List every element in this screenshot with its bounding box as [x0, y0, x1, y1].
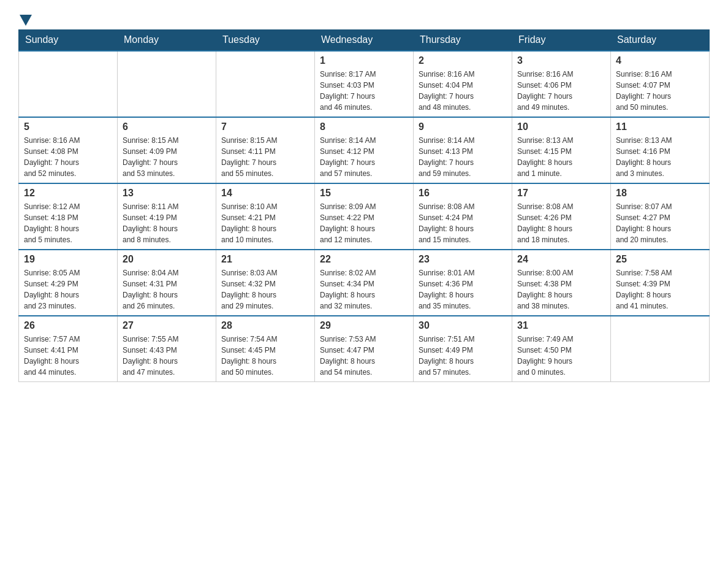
day-info: Sunrise: 8:01 AM Sunset: 4:36 PM Dayligh…	[419, 267, 507, 312]
day-number: 27	[123, 320, 211, 331]
weekday-header-saturday: Saturday	[611, 29, 710, 51]
day-info: Sunrise: 8:08 AM Sunset: 4:26 PM Dayligh…	[517, 201, 605, 245]
calendar-table: SundayMondayTuesdayWednesdayThursdayFrid…	[18, 29, 710, 382]
day-info: Sunrise: 8:16 AM Sunset: 4:08 PM Dayligh…	[24, 135, 112, 179]
calendar-cell: 26Sunrise: 7:57 AM Sunset: 4:41 PM Dayli…	[19, 316, 118, 382]
day-number: 19	[24, 254, 112, 265]
day-number: 28	[221, 320, 309, 331]
page-header	[18, 12, 710, 23]
calendar-cell: 21Sunrise: 8:03 AM Sunset: 4:32 PM Dayli…	[216, 250, 315, 316]
calendar-cell: 28Sunrise: 7:54 AM Sunset: 4:45 PM Dayli…	[216, 316, 315, 382]
day-info: Sunrise: 8:17 AM Sunset: 4:03 PM Dayligh…	[320, 69, 408, 113]
calendar-cell: 5Sunrise: 8:16 AM Sunset: 4:08 PM Daylig…	[19, 117, 118, 183]
day-number: 6	[123, 121, 211, 132]
calendar-cell: 29Sunrise: 7:53 AM Sunset: 4:47 PM Dayli…	[315, 316, 414, 382]
calendar-cell: 11Sunrise: 8:13 AM Sunset: 4:16 PM Dayli…	[611, 117, 710, 183]
calendar-cell	[216, 51, 315, 117]
day-number: 22	[320, 254, 408, 265]
day-info: Sunrise: 8:03 AM Sunset: 4:32 PM Dayligh…	[221, 267, 309, 312]
calendar-week-1: 1Sunrise: 8:17 AM Sunset: 4:03 PM Daylig…	[19, 51, 710, 117]
day-info: Sunrise: 8:00 AM Sunset: 4:38 PM Dayligh…	[517, 267, 605, 312]
day-info: Sunrise: 8:07 AM Sunset: 4:27 PM Dayligh…	[616, 201, 704, 245]
day-number: 26	[24, 320, 112, 331]
calendar-cell: 15Sunrise: 8:09 AM Sunset: 4:22 PM Dayli…	[315, 183, 414, 250]
calendar-cell: 14Sunrise: 8:10 AM Sunset: 4:21 PM Dayli…	[216, 183, 315, 250]
day-info: Sunrise: 8:09 AM Sunset: 4:22 PM Dayligh…	[320, 201, 408, 245]
day-info: Sunrise: 8:05 AM Sunset: 4:29 PM Dayligh…	[24, 267, 112, 312]
calendar-cell: 4Sunrise: 8:16 AM Sunset: 4:07 PM Daylig…	[611, 51, 710, 117]
calendar-cell: 25Sunrise: 7:58 AM Sunset: 4:39 PM Dayli…	[611, 250, 710, 316]
day-info: Sunrise: 8:13 AM Sunset: 4:15 PM Dayligh…	[517, 135, 605, 179]
day-number: 8	[320, 121, 408, 132]
calendar-cell: 20Sunrise: 8:04 AM Sunset: 4:31 PM Dayli…	[118, 250, 216, 316]
calendar-cell: 7Sunrise: 8:15 AM Sunset: 4:11 PM Daylig…	[216, 117, 315, 183]
day-info: Sunrise: 8:13 AM Sunset: 4:16 PM Dayligh…	[616, 135, 704, 179]
day-info: Sunrise: 8:02 AM Sunset: 4:34 PM Dayligh…	[320, 267, 408, 312]
calendar-cell: 24Sunrise: 8:00 AM Sunset: 4:38 PM Dayli…	[512, 250, 611, 316]
day-info: Sunrise: 7:55 AM Sunset: 4:43 PM Dayligh…	[123, 334, 211, 378]
day-number: 16	[419, 188, 507, 199]
calendar-header-row: SundayMondayTuesdayWednesdayThursdayFrid…	[19, 29, 710, 51]
day-info: Sunrise: 8:16 AM Sunset: 4:07 PM Dayligh…	[616, 69, 704, 113]
logo-triangle-icon	[20, 15, 32, 26]
day-number: 15	[320, 188, 408, 199]
calendar-cell: 27Sunrise: 7:55 AM Sunset: 4:43 PM Dayli…	[118, 316, 216, 382]
calendar-cell: 19Sunrise: 8:05 AM Sunset: 4:29 PM Dayli…	[19, 250, 118, 316]
day-number: 2	[419, 55, 507, 66]
day-number: 4	[616, 55, 704, 66]
calendar-cell: 6Sunrise: 8:15 AM Sunset: 4:09 PM Daylig…	[118, 117, 216, 183]
day-info: Sunrise: 7:51 AM Sunset: 4:49 PM Dayligh…	[419, 334, 507, 378]
day-number: 11	[616, 121, 704, 132]
calendar-cell: 13Sunrise: 8:11 AM Sunset: 4:19 PM Dayli…	[118, 183, 216, 250]
day-info: Sunrise: 8:10 AM Sunset: 4:21 PM Dayligh…	[221, 201, 309, 245]
day-info: Sunrise: 8:14 AM Sunset: 4:12 PM Dayligh…	[320, 135, 408, 179]
calendar-cell	[19, 51, 118, 117]
day-number: 9	[419, 121, 507, 132]
day-info: Sunrise: 8:15 AM Sunset: 4:11 PM Dayligh…	[221, 135, 309, 179]
weekday-header-thursday: Thursday	[414, 29, 512, 51]
calendar-cell	[118, 51, 216, 117]
logo	[18, 12, 32, 23]
day-number: 24	[517, 254, 605, 265]
weekday-header-tuesday: Tuesday	[216, 29, 315, 51]
day-number: 21	[221, 254, 309, 265]
day-info: Sunrise: 7:58 AM Sunset: 4:39 PM Dayligh…	[616, 267, 704, 312]
day-number: 10	[517, 121, 605, 132]
day-info: Sunrise: 8:11 AM Sunset: 4:19 PM Dayligh…	[123, 201, 211, 245]
day-number: 25	[616, 254, 704, 265]
weekday-header-wednesday: Wednesday	[315, 29, 414, 51]
day-info: Sunrise: 8:12 AM Sunset: 4:18 PM Dayligh…	[24, 201, 112, 245]
day-info: Sunrise: 7:53 AM Sunset: 4:47 PM Dayligh…	[320, 334, 408, 378]
day-number: 13	[123, 188, 211, 199]
day-number: 7	[221, 121, 309, 132]
day-info: Sunrise: 8:15 AM Sunset: 4:09 PM Dayligh…	[123, 135, 211, 179]
day-info: Sunrise: 8:08 AM Sunset: 4:24 PM Dayligh…	[419, 201, 507, 245]
calendar-cell: 30Sunrise: 7:51 AM Sunset: 4:49 PM Dayli…	[414, 316, 512, 382]
calendar-cell: 1Sunrise: 8:17 AM Sunset: 4:03 PM Daylig…	[315, 51, 414, 117]
calendar-cell: 2Sunrise: 8:16 AM Sunset: 4:04 PM Daylig…	[414, 51, 512, 117]
calendar-cell: 22Sunrise: 8:02 AM Sunset: 4:34 PM Dayli…	[315, 250, 414, 316]
day-number: 20	[123, 254, 211, 265]
calendar-week-2: 5Sunrise: 8:16 AM Sunset: 4:08 PM Daylig…	[19, 117, 710, 183]
calendar-week-3: 12Sunrise: 8:12 AM Sunset: 4:18 PM Dayli…	[19, 183, 710, 250]
day-info: Sunrise: 8:16 AM Sunset: 4:04 PM Dayligh…	[419, 69, 507, 113]
calendar-cell: 10Sunrise: 8:13 AM Sunset: 4:15 PM Dayli…	[512, 117, 611, 183]
day-info: Sunrise: 8:04 AM Sunset: 4:31 PM Dayligh…	[123, 267, 211, 312]
day-number: 12	[24, 188, 112, 199]
calendar-cell: 12Sunrise: 8:12 AM Sunset: 4:18 PM Dayli…	[19, 183, 118, 250]
day-number: 17	[517, 188, 605, 199]
day-info: Sunrise: 8:16 AM Sunset: 4:06 PM Dayligh…	[517, 69, 605, 113]
day-number: 29	[320, 320, 408, 331]
calendar-cell: 9Sunrise: 8:14 AM Sunset: 4:13 PM Daylig…	[414, 117, 512, 183]
calendar-cell: 18Sunrise: 8:07 AM Sunset: 4:27 PM Dayli…	[611, 183, 710, 250]
weekday-header-monday: Monday	[118, 29, 216, 51]
weekday-header-friday: Friday	[512, 29, 611, 51]
day-number: 3	[517, 55, 605, 66]
day-info: Sunrise: 7:54 AM Sunset: 4:45 PM Dayligh…	[221, 334, 309, 378]
day-number: 31	[517, 320, 605, 331]
calendar-cell	[611, 316, 710, 382]
day-number: 18	[616, 188, 704, 199]
weekday-header-sunday: Sunday	[19, 29, 118, 51]
calendar-cell: 23Sunrise: 8:01 AM Sunset: 4:36 PM Dayli…	[414, 250, 512, 316]
day-number: 1	[320, 55, 408, 66]
